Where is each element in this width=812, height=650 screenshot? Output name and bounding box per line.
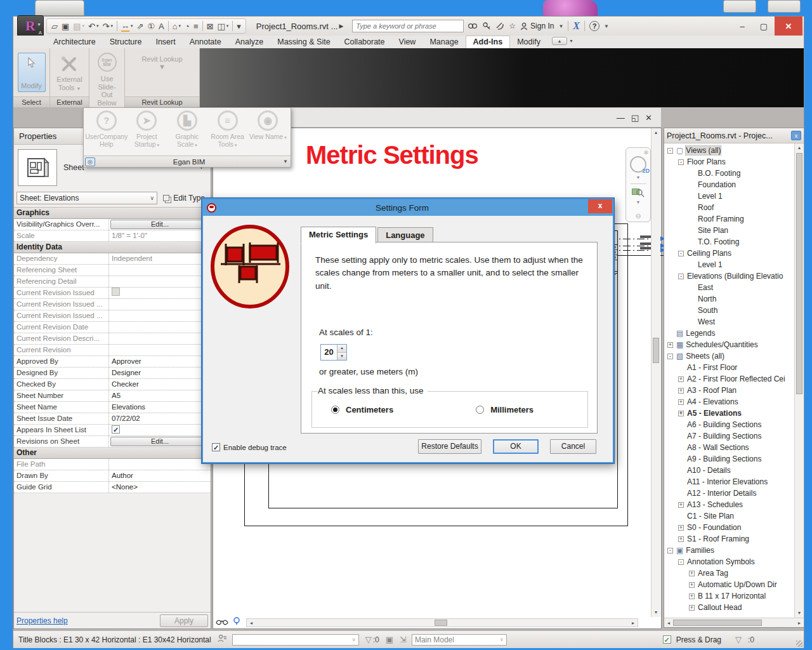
tree-item[interactable]: A9 - Building Sections <box>664 453 804 465</box>
close-icon[interactable]: x <box>791 131 801 140</box>
tree-item[interactable]: A6 - Building Sections <box>664 419 804 430</box>
tree-item[interactable]: - Elevations (Building Elevatio <box>664 270 804 282</box>
tree-item[interactable]: + A4 - Elevations <box>664 396 804 408</box>
editable-only-icon[interactable]: ▽ <box>365 635 372 644</box>
graphic-scale-button[interactable]: ▙ Graphic Scale <box>167 110 207 148</box>
tree-expander-icon[interactable]: + <box>678 502 684 508</box>
tree-expander-icon[interactable]: - <box>678 159 684 165</box>
tree-item[interactable]: A7 - Building Sections <box>664 430 804 442</box>
navbar-close-icon[interactable]: ⊗ <box>643 149 648 156</box>
tree-item[interactable]: A1 - First Floor <box>664 362 804 373</box>
property-value[interactable]: Author <box>109 470 211 481</box>
zoom-region-icon[interactable] <box>632 187 645 197</box>
property-value[interactable]: <None> <box>109 482 211 493</box>
property-row[interactable]: Sheet Issue Date 07/22/02 <box>14 413 211 425</box>
ribbon-tab[interactable]: Modify <box>510 36 547 48</box>
tree-expander-icon[interactable]: + <box>678 536 684 542</box>
tree-expander-icon[interactable]: - <box>678 559 684 565</box>
spinner-up-icon[interactable]: ▲ <box>337 345 346 353</box>
tree-item[interactable]: + A13 - Schedules <box>664 499 804 510</box>
property-row[interactable]: Guide Grid <None> <box>14 482 211 493</box>
modify-button[interactable]: Modify <box>18 53 46 92</box>
ribbon-tab[interactable]: Analyze <box>228 36 270 48</box>
sign-in-button[interactable]: Sign In <box>520 22 554 30</box>
separator[interactable] <box>117 21 117 31</box>
switch-windows-icon[interactable]: ◫ <box>215 20 230 32</box>
tree-item[interactable]: + A3 - Roof Plan <box>664 385 804 396</box>
separator[interactable] <box>202 21 203 31</box>
tree-item[interactable]: + Automatic Up/Down Dir <box>664 579 804 590</box>
properties-help-link[interactable]: Properties help <box>16 616 68 625</box>
worksets-icon[interactable] <box>218 634 227 645</box>
tree-item[interactable]: A11 - Interior Elevations <box>664 476 804 488</box>
tree-item[interactable]: - ▣ Families <box>664 545 804 556</box>
dialog-title-bar[interactable]: Settings Form x <box>203 199 613 216</box>
scroll-right-icon[interactable]: ▸ <box>795 620 804 626</box>
view-close-icon[interactable]: ✕ <box>645 113 652 123</box>
scroll-right-icon[interactable]: ▸ <box>629 620 638 626</box>
worksets-combo[interactable]: ∨ <box>232 634 359 646</box>
tree-expander-icon[interactable]: + <box>689 594 695 599</box>
tag-icon[interactable]: ① <box>145 20 157 32</box>
property-row[interactable]: Dependency Independent <box>14 253 211 265</box>
tree-item[interactable]: + A5 - Elevations <box>664 408 804 419</box>
scroll-up-icon[interactable]: ▴ <box>795 143 804 152</box>
property-row[interactable]: Current Revision Date <box>14 322 211 333</box>
exclude-options-icon[interactable]: ▣ <box>386 635 393 644</box>
property-value[interactable] <box>109 299 211 310</box>
property-row[interactable]: Current Revision Issued ... <box>14 310 211 322</box>
vertical-scrollbar[interactable]: ▴ ▾ <box>651 128 660 617</box>
property-value[interactable]: Checker <box>109 379 211 390</box>
tree-item[interactable]: West <box>664 316 804 328</box>
close-button[interactable]: ✕ <box>775 17 802 36</box>
resize-grip[interactable] <box>796 640 802 647</box>
ribbon-tab[interactable]: Annotate <box>183 36 228 48</box>
tree-expander-icon[interactable]: + <box>667 342 673 348</box>
tree-expander-icon[interactable]: + <box>678 388 684 394</box>
tree-expander-icon[interactable]: - <box>678 251 684 256</box>
default-3d-view-icon[interactable]: ⌂ <box>171 20 183 32</box>
thin-lines-icon[interactable]: ≡ <box>192 20 200 32</box>
millimeters-radio[interactable] <box>476 406 484 414</box>
scroll-left-icon[interactable]: ◂ <box>247 620 256 626</box>
dialog-close-button[interactable]: x <box>588 199 612 213</box>
open-file-icon[interactable]: ▱ <box>49 20 60 32</box>
external-panel-label[interactable]: External <box>50 96 89 107</box>
chevron-down-icon[interactable]: ▼ <box>283 159 288 164</box>
property-row[interactable]: Visibility/Graphics Overr... Edit... <box>14 219 211 230</box>
minimize-button[interactable]: – <box>731 17 753 36</box>
tree-item[interactable]: + S1 - Roof Framing <box>664 533 804 545</box>
scrollbar-thumb[interactable] <box>796 153 802 394</box>
property-row[interactable]: Drawn By Author <box>14 470 211 482</box>
section-icon[interactable]: ◔ <box>183 20 192 32</box>
tree-item[interactable]: + A2 - First Floor Reflected Cei <box>664 373 804 385</box>
property-value[interactable]: Edit... <box>109 219 211 230</box>
tree-item[interactable]: Level 1 <box>664 259 804 270</box>
scrollbar-thumb[interactable] <box>673 620 762 626</box>
property-row[interactable]: Designed By Designer <box>14 368 211 379</box>
subscription-key-icon[interactable] <box>482 22 491 30</box>
property-row[interactable]: Other <box>14 448 211 459</box>
exchange-apps-icon[interactable]: X <box>573 20 580 32</box>
tree-expander-icon[interactable]: + <box>678 376 684 382</box>
property-row[interactable]: Identity Data <box>14 242 211 253</box>
tree-expander-icon[interactable]: - <box>667 148 673 154</box>
tree-item[interactable]: A10 - Details <box>664 465 804 476</box>
edit-type-button[interactable]: Edit Type <box>160 192 208 204</box>
scroll-left-icon[interactable]: ◂ <box>664 620 673 626</box>
tree-item[interactable]: South <box>664 305 804 316</box>
property-row[interactable]: Sheet Number A5 <box>14 390 211 402</box>
tree-item[interactable]: Roof <box>664 202 804 213</box>
property-value[interactable] <box>109 276 211 287</box>
separator[interactable] <box>232 21 233 31</box>
tree-item[interactable]: Site Plan <box>664 225 804 236</box>
use-slideout-below-button[interactable]: Egan BIM Use Slide-Out Below <box>93 50 121 107</box>
undo-icon[interactable]: ↶ <box>86 20 100 32</box>
ribbon-tab[interactable]: View <box>392 36 423 48</box>
search-input[interactable] <box>352 20 464 32</box>
scrollbar-thumb[interactable] <box>435 620 447 626</box>
property-value[interactable]: 1/8" = 1'-0" <box>109 230 211 241</box>
tree-item[interactable]: Foundation <box>664 179 804 190</box>
ribbon-tab[interactable]: Add-Ins <box>466 36 511 48</box>
property-row[interactable]: Referencing Detail <box>14 276 211 288</box>
